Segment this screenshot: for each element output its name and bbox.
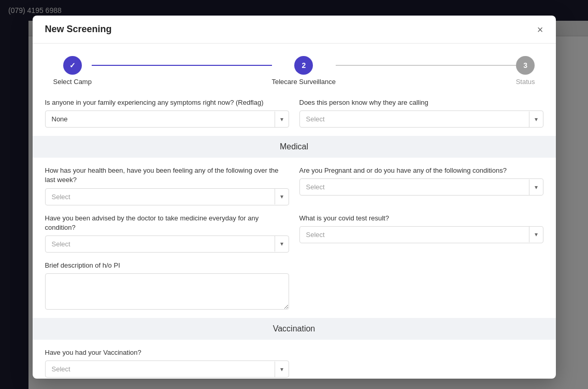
medicine-group: Have you been advised by the doctor to t… — [45, 214, 289, 253]
health-label: How has your health been, have you been … — [45, 166, 289, 185]
medicine-value: Select — [46, 236, 275, 252]
vaccination-select[interactable]: Select ▾ — [45, 360, 289, 378]
know-reason-chevron-icon[interactable]: ▾ — [529, 112, 543, 127]
form-body: Is anyone in your family experiencing an… — [33, 98, 556, 379]
step-select-camp: ✓ Select Camp — [53, 56, 92, 86]
covid-test-label: What is your covid test result? — [299, 214, 543, 223]
vaccination-label: Have you had your Vaccination? — [45, 348, 289, 357]
medical-row-1: How has your health been, have you been … — [45, 166, 543, 205]
modal-title: New Screening — [45, 24, 112, 35]
covid-test-value: Select — [300, 227, 529, 243]
pi-group: Brief description of h/o PI — [45, 261, 289, 310]
pregnant-select[interactable]: Select ▾ — [299, 178, 543, 196]
vaccination-section-header: Vaccination — [33, 318, 556, 340]
medicine-label: Have you been advised by the doctor to t… — [45, 214, 289, 232]
step-telecare: 2 Telecare Surveillance — [272, 56, 336, 86]
modal-overlay: New Screening × ✓ Select Camp 2 Telecare… — [0, 0, 588, 389]
know-reason-group: Does this person know why they are calli… — [299, 98, 543, 128]
close-button[interactable]: × — [537, 24, 543, 35]
pregnant-chevron-icon[interactable]: ▾ — [529, 179, 543, 195]
covid-test-chevron-icon[interactable]: ▾ — [529, 227, 543, 242]
vaccination-chevron-icon[interactable]: ▾ — [275, 362, 289, 377]
health-value: Select — [46, 189, 275, 205]
modal-header: New Screening × — [33, 16, 556, 44]
health-select[interactable]: Select ▾ — [45, 188, 289, 205]
know-reason-label: Does this person know why they are calli… — [299, 98, 543, 107]
know-reason-select[interactable]: Select ▾ — [299, 110, 543, 128]
step-circle-2: 2 — [294, 56, 313, 75]
symptom-select[interactable]: None ▾ — [45, 110, 289, 128]
symptom-group: Is anyone in your family experiencing an… — [45, 98, 289, 128]
health-chevron-icon[interactable]: ▾ — [275, 189, 289, 204]
step-circle-1: ✓ — [63, 56, 82, 75]
pi-label: Brief description of h/o PI — [45, 261, 289, 270]
vaccination-group: Have you had your Vaccination? Select ▾ — [45, 348, 289, 378]
symptom-value: None — [46, 111, 275, 127]
vaccination-value: Select — [46, 361, 275, 377]
step-label-1: Select Camp — [53, 78, 92, 86]
covid-test-group: What is your covid test result? Select ▾ — [299, 214, 543, 253]
medicine-chevron-icon[interactable]: ▾ — [275, 236, 289, 252]
step-status: 3 Status — [516, 56, 535, 86]
medical-row-2: Have you been advised by the doctor to t… — [45, 214, 543, 253]
step-label-2: Telecare Surveillance — [272, 78, 336, 86]
symptom-chevron-icon[interactable]: ▾ — [275, 112, 289, 127]
symptom-label: Is anyone in your family experiencing an… — [45, 98, 289, 107]
top-form-row: Is anyone in your family experiencing an… — [45, 98, 543, 128]
pregnant-label: Are you Pregnant and or do you have any … — [299, 166, 543, 175]
pregnant-value: Select — [300, 179, 529, 195]
pregnant-group: Are you Pregnant and or do you have any … — [299, 166, 543, 205]
pi-textarea[interactable] — [45, 273, 289, 310]
step-connector-2 — [336, 65, 516, 66]
step-circle-3: 3 — [516, 56, 535, 75]
health-group: How has your health been, have you been … — [45, 166, 289, 205]
covid-test-select[interactable]: Select ▾ — [299, 226, 543, 243]
step-label-3: Status — [516, 78, 535, 86]
know-reason-value: Select — [300, 111, 529, 127]
stepper: ✓ Select Camp 2 Telecare Surveillance 3 … — [33, 44, 556, 98]
medical-section-header: Medical — [33, 136, 556, 158]
step-connector-1 — [92, 65, 272, 66]
new-screening-modal: New Screening × ✓ Select Camp 2 Telecare… — [33, 16, 556, 379]
medicine-select[interactable]: Select ▾ — [45, 235, 289, 253]
